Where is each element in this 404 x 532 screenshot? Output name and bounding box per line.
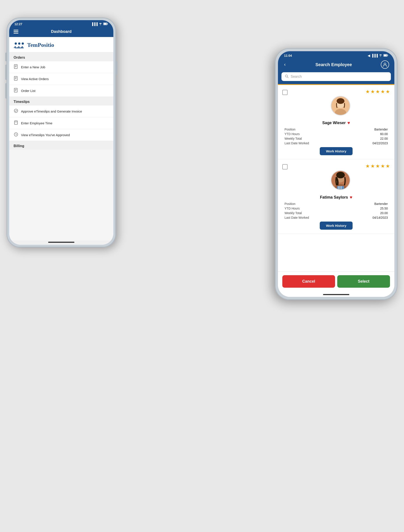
phone1-screen: 12:27 ▐▐▐ — [9, 20, 113, 245]
fatima-position-label: Position — [284, 202, 296, 206]
view-etimeslips-icon — [13, 132, 18, 138]
fatima-face-svg — [331, 170, 350, 190]
profile-icon[interactable] — [381, 60, 389, 69]
cancel-button[interactable]: Cancel — [282, 275, 335, 288]
hamburger-line-1 — [13, 30, 18, 31]
enter-time-label: Enter Employee Time — [21, 121, 52, 125]
phone1-time: 12:27 — [14, 22, 22, 26]
card-top-row-sage: ★ ★ ★ ★ ★ — [282, 89, 390, 118]
sage-date-row: Last Date Worked 04/22/2023 — [284, 141, 388, 145]
order-list-label: Order List — [21, 89, 35, 93]
bottom-buttons: Cancel Select — [278, 272, 394, 292]
fatima-date-row: Last Date Worked 04/14/2023 — [284, 216, 388, 219]
timeslips-section-label: Timeslips — [9, 97, 113, 106]
employee-card-fatima: ★ ★ ★ ★ ★ — [278, 159, 394, 234]
billing-section-label: Billing — [9, 141, 113, 150]
phone1-battery-icon — [103, 22, 108, 26]
phone1-signal-icon: ▐▐▐ — [91, 22, 98, 26]
phone1-notch — [44, 20, 79, 26]
sage-ytd-value: 60.00 — [380, 132, 388, 136]
svg-point-19 — [14, 109, 18, 113]
star-3: ★ — [376, 89, 380, 95]
menu-item-approve-etimeslips[interactable]: Approve eTimeslips and Generate Invoice — [9, 106, 113, 117]
fatima-weekly-label: Weekly Total — [284, 211, 302, 215]
sage-name: Sage Wieser — [322, 121, 346, 125]
menu-item-enter-employee-time[interactable]: Enter Employee Time — [9, 117, 113, 129]
sage-work-history-button[interactable]: Work History — [320, 147, 352, 155]
fatima-date-label: Last Date Worked — [284, 216, 309, 219]
svg-point-4 — [18, 43, 20, 45]
phone1-power-button[interactable] — [116, 61, 117, 74]
fatima-work-history-button[interactable]: Work History — [320, 222, 352, 230]
phone1-status-icons: ▐▐▐ — [91, 22, 108, 26]
menu-item-view-active-orders[interactable]: View Active Orders — [9, 73, 113, 85]
sage-weekly-label: Weekly Total — [284, 137, 302, 140]
phone1-content: TemPositio Orders Enter a New Job — [9, 37, 113, 240]
phone1-volume-down[interactable] — [5, 83, 7, 99]
back-button[interactable]: ‹ — [283, 61, 286, 68]
svg-rect-15 — [14, 88, 17, 92]
sage-position-label: Position — [284, 128, 296, 131]
fatima-name-row: Fatima Saylors ♥ — [282, 195, 390, 200]
fatima-checkbox[interactable] — [282, 164, 288, 170]
sage-stars: ★ ★ ★ ★ ★ — [366, 89, 390, 95]
phone2-header: ‹ Search Employee — [278, 59, 394, 72]
order-list-icon — [13, 88, 18, 94]
svg-point-34 — [337, 98, 344, 104]
svg-rect-39 — [337, 186, 344, 189]
sage-checkbox[interactable] — [282, 90, 288, 95]
logo-text: TemPositio — [27, 42, 54, 48]
search-input[interactable]: Search — [291, 75, 387, 79]
phone1-dashboard: 12:27 ▐▐▐ — [6, 18, 116, 247]
svg-rect-20 — [14, 121, 18, 124]
search-bar-container: Search — [278, 72, 394, 84]
select-button[interactable]: Select — [337, 275, 390, 288]
menu-item-enter-new-job[interactable]: Enter a New Job — [9, 61, 113, 73]
menu-item-order-list[interactable]: Order List — [9, 85, 113, 97]
fatima-star-3: ★ — [376, 163, 380, 169]
fatima-ytd-row: YTD Hours 25.50 — [284, 207, 388, 210]
fatima-star-2: ★ — [371, 163, 375, 169]
time-icon — [13, 120, 18, 126]
approve-label: Approve eTimeslips and Generate Invoice — [21, 109, 82, 113]
fatima-weekly-row: Weekly Total 20.00 — [284, 211, 388, 215]
phone2-time: 11:04 — [284, 54, 292, 57]
phone1-header: Dashboard — [9, 27, 113, 37]
fatima-name: Fatima Saylors — [320, 195, 348, 200]
phone2-location-icon: ◀ — [368, 54, 370, 57]
employee-card-sage: ★ ★ ★ ★ ★ — [278, 85, 394, 159]
phone1-volume-up[interactable] — [5, 65, 7, 80]
fatima-avatar — [331, 170, 350, 190]
phone2-home-indicator — [278, 292, 394, 297]
fatima-position-value: Bartender — [374, 202, 388, 206]
phone1-wifi-icon — [99, 22, 102, 26]
search-bar[interactable]: Search — [281, 72, 391, 81]
menu-item-view-etimeslips[interactable]: View eTimeslips You've Approved — [9, 129, 113, 141]
phone1-home-indicator — [9, 240, 113, 245]
fatima-ytd-label: YTD Hours — [284, 207, 300, 210]
svg-rect-26 — [384, 55, 387, 56]
sage-date-value: 04/22/2023 — [372, 141, 388, 145]
svg-line-30 — [287, 77, 288, 78]
employee-list: ★ ★ ★ ★ ★ — [278, 85, 394, 272]
phone2-header-title: Search Employee — [315, 62, 352, 67]
sage-weekly-row: Weekly Total 22.00 — [284, 137, 388, 140]
phone2-wifi-icon — [379, 54, 382, 57]
fatima-card-center: ★ ★ ★ ★ ★ — [291, 163, 390, 192]
hamburger-menu[interactable] — [13, 30, 18, 33]
sage-face-svg — [331, 96, 350, 116]
fatima-info-table: Position Bartender YTD Hours 25.50 Weekl… — [282, 202, 390, 219]
phone2-signal-icon: ▐▐▐ — [371, 54, 378, 57]
approve-icon — [13, 109, 18, 114]
sage-position-value: Bartender — [374, 128, 388, 131]
view-orders-label: View Active Orders — [21, 77, 49, 81]
phone2-screen: 11:04 ◀ ▐▐▐ — [278, 51, 394, 297]
fatima-favorite-icon[interactable]: ♥ — [350, 195, 352, 200]
hamburger-line-2 — [13, 31, 18, 32]
phone2-home-bar — [323, 294, 349, 295]
sage-ytd-label: YTD Hours — [284, 132, 300, 136]
svg-point-38 — [336, 172, 345, 178]
star-4: ★ — [381, 89, 385, 95]
sage-favorite-icon[interactable]: ♥ — [347, 120, 350, 126]
svg-rect-27 — [388, 55, 388, 56]
